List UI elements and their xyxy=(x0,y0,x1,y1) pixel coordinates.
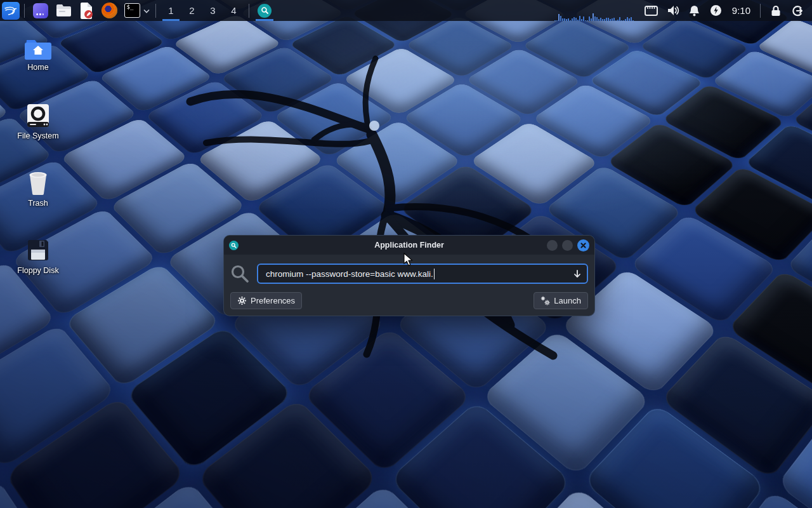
cpu-graph-bar xyxy=(598,19,599,21)
cpu-graph-bar xyxy=(613,18,615,21)
cpu-graph-bar xyxy=(589,17,590,21)
cpu-graph-bar xyxy=(632,20,634,21)
execute-gears-icon xyxy=(540,296,550,305)
app-window-icon xyxy=(33,3,48,18)
desktop-label: Floppy Disk xyxy=(17,266,58,275)
cpu-graph-bar xyxy=(604,19,605,21)
launcher-file-manager[interactable] xyxy=(54,1,73,20)
launcher-firefox[interactable] xyxy=(100,1,119,20)
desktop-icon-home[interactable]: Home xyxy=(8,37,69,72)
desktop-label: Trash xyxy=(28,199,48,208)
search-input[interactable]: chromium --password-store=basic www.kali… xyxy=(257,264,588,284)
workspace-label: 4 xyxy=(231,5,236,16)
top-panel: $_ 1 2 3 4 9:10 xyxy=(0,0,812,21)
lock-icon xyxy=(771,5,781,17)
cpu-graph-bar xyxy=(621,20,622,21)
launch-button[interactable]: Launch xyxy=(534,292,588,309)
logout-button[interactable] xyxy=(787,0,808,21)
cpu-graph-bar xyxy=(572,18,573,21)
workspace-3[interactable]: 3 xyxy=(202,0,223,21)
workspace-label: 2 xyxy=(189,5,194,16)
lock-screen-button[interactable] xyxy=(765,0,787,21)
kali-logo-icon xyxy=(4,4,18,18)
workspace-1[interactable]: 1 xyxy=(160,0,181,21)
notifications-indicator[interactable] xyxy=(684,0,705,21)
taskbar-application-finder[interactable] xyxy=(254,0,275,21)
network-indicator[interactable] xyxy=(641,0,662,21)
window-buttons xyxy=(547,239,589,251)
power-manager-indicator[interactable] xyxy=(705,0,727,21)
cpu-graph-bar xyxy=(577,20,579,21)
gear-icon xyxy=(237,296,247,305)
cpu-graph-bar xyxy=(608,18,609,21)
desktop-icon-filesystem[interactable]: File System xyxy=(8,103,69,140)
clock[interactable]: 9:10 xyxy=(727,5,756,16)
cpu-graph-bar xyxy=(573,17,575,21)
search-icon xyxy=(230,264,249,283)
cpu-graph-bar xyxy=(623,20,624,21)
cpu-graph-bar xyxy=(610,19,611,21)
floppy-disk-icon xyxy=(25,237,51,263)
search-input-value: chromium --password-store=basic www.kali… xyxy=(266,269,433,279)
launcher-text-editor[interactable] xyxy=(77,1,96,20)
cpu-graph-bar xyxy=(566,19,567,21)
volume-indicator[interactable] xyxy=(662,0,684,21)
cpu-graph-bar xyxy=(625,19,626,21)
panel-separator xyxy=(760,4,761,18)
cpu-graph-bar xyxy=(575,18,577,21)
desktop-icon-trash[interactable]: Trash xyxy=(8,170,69,208)
harddisk-icon xyxy=(25,103,51,128)
history-dropdown-button[interactable] xyxy=(573,269,582,279)
cpu-graph-bar xyxy=(600,18,601,21)
launcher-terminal[interactable]: $_ xyxy=(122,1,141,20)
terminal-dropdown-chevron[interactable] xyxy=(143,7,150,15)
window-title: Application Finder xyxy=(224,241,594,250)
cpu-graph-bar xyxy=(619,17,620,21)
workspace-label: 1 xyxy=(168,5,173,16)
text-caret xyxy=(434,269,435,279)
workspace-2[interactable]: 2 xyxy=(181,0,202,21)
ethernet-icon xyxy=(645,6,658,16)
cpu-graph-bar xyxy=(558,14,560,21)
cpu-graph-bar xyxy=(596,17,598,21)
application-finder-window: Application Finder chromium --password-s… xyxy=(223,235,595,316)
speaker-icon xyxy=(667,5,679,16)
titlebar[interactable]: Application Finder xyxy=(224,236,594,255)
cpu-graph-bar xyxy=(585,20,586,21)
power-lightning-icon xyxy=(710,4,722,17)
cpu-graph-bar xyxy=(556,20,558,21)
cpu-graph-bar xyxy=(627,17,628,21)
cpu-graph-bar xyxy=(612,18,613,21)
folder-icon xyxy=(56,4,72,17)
launcher-app-window[interactable] xyxy=(31,1,50,20)
desktop-label: File System xyxy=(17,131,58,140)
applications-menu-button[interactable] xyxy=(2,2,20,20)
cpu-graph-bar xyxy=(587,20,588,21)
panel-separator xyxy=(155,4,156,18)
cpu-graph[interactable] xyxy=(554,0,634,21)
panel-separator xyxy=(249,4,249,18)
cpu-graph-bar xyxy=(606,18,607,21)
cpu-graph-bar xyxy=(570,20,571,21)
logout-icon xyxy=(792,5,803,17)
cpu-graph-bar xyxy=(583,17,584,21)
minimize-button[interactable] xyxy=(547,240,558,251)
bell-icon xyxy=(689,5,700,17)
cpu-graph-bar xyxy=(594,17,596,21)
preferences-button[interactable]: Preferences xyxy=(230,292,302,309)
cpu-graph-bar xyxy=(602,19,603,21)
desktop-label: Home xyxy=(27,63,48,72)
desktop-icon-floppy[interactable]: Floppy Disk xyxy=(8,237,69,275)
text-editor-icon xyxy=(79,3,93,19)
workspace-label: 3 xyxy=(210,5,215,16)
cpu-graph-bar xyxy=(562,18,563,21)
cpu-graph-bar xyxy=(629,18,630,21)
workspace-4[interactable]: 4 xyxy=(223,0,244,21)
arrow-down-icon xyxy=(573,269,582,279)
cpu-graph-bar xyxy=(593,13,594,21)
cpu-graph-bar xyxy=(554,20,556,21)
cpu-graph-bar xyxy=(579,16,580,21)
maximize-button[interactable] xyxy=(562,240,573,251)
panel-separator xyxy=(24,4,25,18)
close-button[interactable] xyxy=(577,239,589,251)
